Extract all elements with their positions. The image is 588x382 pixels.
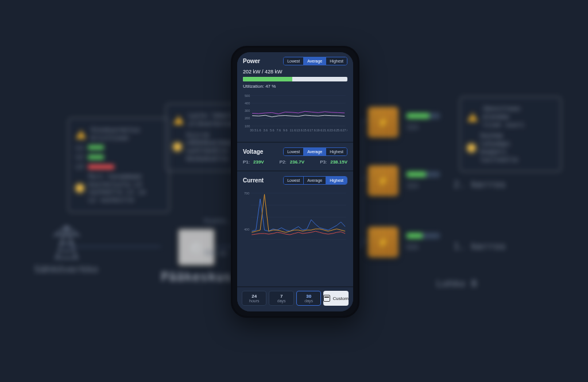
grid-label: Sähköverkko xyxy=(34,264,98,275)
pylon-icon xyxy=(51,224,82,260)
power-value: 202 kW / 428 kW xyxy=(243,69,347,75)
calendar-icon xyxy=(323,295,330,302)
svg-text:5.6: 5.6 xyxy=(270,128,274,132)
led-l1 xyxy=(88,145,104,150)
amp-label: 63A xyxy=(407,243,440,251)
device-icon: ⚡ xyxy=(368,107,399,138)
range-30d[interactable]: 30days xyxy=(296,291,321,306)
warning-icon xyxy=(173,115,184,124)
svg-text:300: 300 xyxy=(245,109,250,112)
amp-label: 32A xyxy=(407,123,440,131)
p1-label: P1: xyxy=(243,159,250,165)
svg-text:19.6: 19.6 xyxy=(316,128,322,132)
svg-text:500: 500 xyxy=(245,94,250,98)
power-seg-average[interactable]: Average xyxy=(303,57,326,65)
power-seg: Lowest Average Highest xyxy=(283,57,347,65)
device-row-bot: ⚡ 63A xyxy=(368,227,440,258)
voltage-title: Voltage xyxy=(243,149,263,155)
led-l3 xyxy=(88,165,114,169)
device-icon: ⚡ xyxy=(368,227,399,258)
phone-frame: Power Lowest Average Highest 202 kW / 42… xyxy=(231,46,359,318)
bulb-icon xyxy=(467,144,475,152)
range-7d[interactable]: 7days xyxy=(269,291,293,306)
current-chart: 700 400 xyxy=(243,188,347,243)
bulb-icon xyxy=(173,143,181,151)
p2-value: 236.7V xyxy=(290,159,304,165)
phone-screen: Power Lowest Average Highest 202 kW / 42… xyxy=(237,52,353,311)
floor2-label: 2. kerros xyxy=(454,179,506,190)
warning-icon xyxy=(467,112,478,122)
zone-b-label: Lohko B xyxy=(436,278,477,289)
amp-label: 32A xyxy=(407,182,440,190)
svg-text:1.6: 1.6 xyxy=(257,128,261,132)
device-icon: ⚡ xyxy=(368,165,399,196)
svg-text:3.6: 3.6 xyxy=(263,128,268,132)
svg-text:200: 200 xyxy=(245,116,250,120)
warning-icon xyxy=(76,130,86,139)
utilization-bar xyxy=(243,77,347,81)
current-seg: Lowest Average Highest xyxy=(283,176,347,185)
svg-text:400: 400 xyxy=(245,102,250,105)
svg-text:27.6: 27.6 xyxy=(342,128,347,132)
svg-text:15.6: 15.6 xyxy=(303,128,309,132)
load-bar xyxy=(407,171,440,177)
kuorm-label: Kuormi... xyxy=(204,217,231,225)
time-range-row: 24hours 7days 30days Custom xyxy=(237,287,353,311)
voltage-readings: P1:239V P2:236.7V P3:238.15V xyxy=(243,159,347,165)
range-24h[interactable]: 24hours xyxy=(242,291,266,306)
load-bar xyxy=(407,233,440,239)
voltage-card: Voltage Lowest Average Highest P1:239V P… xyxy=(237,143,353,171)
svg-text:23.6: 23.6 xyxy=(329,128,335,132)
power-seg-lowest[interactable]: Lowest xyxy=(284,57,303,65)
svg-text:13.6: 13.6 xyxy=(296,128,303,132)
device-row-top: ⚡ 32A xyxy=(368,107,440,138)
p1-value: 239V xyxy=(253,159,264,165)
power-chart: 500400 300200 100 30.51.63.65.67.69.611.… xyxy=(243,92,347,134)
svg-text:9.6: 9.6 xyxy=(283,128,288,132)
alert-box-right: Jännitteen alenema liian suuri Vaihda ly… xyxy=(459,96,562,172)
svg-text:400: 400 xyxy=(244,228,250,231)
alert-box-left: Vinokuormitus kriittinen L1 L2 L3 Pyri t… xyxy=(68,118,170,213)
floor1-label: 1. kerros xyxy=(454,241,506,252)
grid-node: Sähköverkko xyxy=(34,224,98,275)
utilization-label: Utilization: 47 % xyxy=(243,84,347,89)
power-title: Power xyxy=(243,58,260,64)
p3-label: P3: xyxy=(320,159,327,165)
tpk-label: TPK 40 xyxy=(204,250,227,258)
current-title: Current xyxy=(243,177,264,184)
device-row-mid: ⚡ 32A xyxy=(368,165,440,196)
voltage-seg-lowest[interactable]: Lowest xyxy=(284,148,303,155)
bulb-icon xyxy=(76,184,84,192)
svg-text:21.6: 21.6 xyxy=(323,128,329,132)
load-bar xyxy=(407,113,440,119)
meter-icon: ◴ xyxy=(177,228,215,266)
current-seg-highest[interactable]: Highest xyxy=(326,177,347,184)
svg-text:7.6: 7.6 xyxy=(276,128,281,132)
voltage-seg-highest[interactable]: Highest xyxy=(326,148,347,155)
svg-text:100: 100 xyxy=(245,124,250,128)
svg-text:700: 700 xyxy=(244,192,250,195)
voltage-seg: Lowest Average Highest xyxy=(283,147,347,156)
svg-text:30.5: 30.5 xyxy=(250,128,256,132)
svg-text:17.6: 17.6 xyxy=(310,128,316,132)
p2-label: P2: xyxy=(280,159,287,165)
power-seg-highest[interactable]: Highest xyxy=(326,57,347,65)
power-card: Power Lowest Average Highest 202 kW / 42… xyxy=(237,52,353,143)
svg-text:11.6: 11.6 xyxy=(289,128,296,132)
range-custom[interactable]: Custom xyxy=(323,291,349,306)
current-seg-average[interactable]: Average xyxy=(303,177,326,184)
main-distribution-label: Pääkeskus xyxy=(161,270,232,284)
current-card: Current Lowest Average Highest 700 400 xyxy=(237,171,353,287)
voltage-seg-average[interactable]: Average xyxy=(303,148,326,155)
p3-value: 238.15V xyxy=(330,159,347,165)
current-seg-lowest[interactable]: Lowest xyxy=(284,177,303,184)
led-l2 xyxy=(88,155,104,159)
svg-text:25.6: 25.6 xyxy=(336,128,342,132)
